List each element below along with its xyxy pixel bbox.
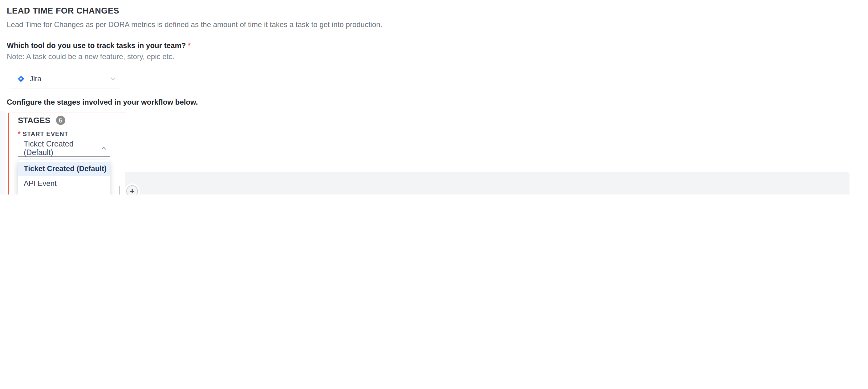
page-left-gutter — [0, 111, 5, 195]
workflow-canvas — [17, 172, 849, 195]
page-description: Lead Time for Changes as per DORA metric… — [7, 20, 382, 29]
tool-select[interactable]: Jira — [10, 68, 120, 89]
required-marker: * — [18, 130, 21, 137]
tool-question-text: Which tool do you use to track tasks in … — [7, 41, 186, 50]
tool-note: Note: A task could be a new feature, sto… — [7, 52, 174, 61]
lead-time-config-page: LEAD TIME FOR CHANGES Lead Time for Chan… — [0, 0, 868, 195]
chevron-up-icon — [101, 147, 106, 150]
start-event-select-value: Ticket Created (Default) — [24, 140, 101, 157]
configure-instruction: Configure the stages involved in your wo… — [7, 98, 198, 106]
tool-question: Which tool do you use to track tasks in … — [7, 41, 191, 50]
stages-heading: STAGES 5 — [18, 116, 65, 125]
jira-icon — [17, 75, 25, 82]
stages-heading-text: STAGES — [18, 116, 50, 125]
dropdown-option-api-event[interactable]: API Event — [18, 176, 110, 191]
connector-bar — [119, 186, 120, 195]
dropdown-option-ticket-created[interactable]: Ticket Created (Default) — [18, 162, 110, 176]
chevron-down-icon — [110, 77, 116, 80]
tool-select-value: Jira — [30, 74, 41, 83]
dropdown-option-commit-created[interactable]: Commit Created — [18, 191, 110, 195]
start-event-label-text: START EVENT — [23, 130, 68, 137]
stages-count-badge: 5 — [56, 116, 65, 125]
page-title: LEAD TIME FOR CHANGES — [7, 6, 119, 15]
start-event-label: *START EVENT — [18, 130, 68, 137]
required-marker: * — [188, 41, 190, 50]
start-event-dropdown: Ticket Created (Default) API Event Commi… — [18, 160, 110, 195]
plus-icon: + — [130, 187, 134, 195]
start-event-select[interactable]: Ticket Created (Default) — [18, 140, 110, 157]
